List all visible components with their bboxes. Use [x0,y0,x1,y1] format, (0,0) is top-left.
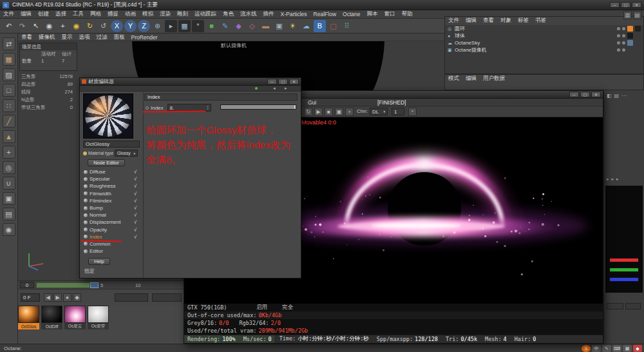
material-channel-row[interactable]: Index √ [82,233,142,240]
attribute-menu-item[interactable]: 用户数据 [480,75,508,83]
object-manager-menu-item[interactable]: 标签 [515,17,532,24]
preview-range-bar[interactable] [36,282,90,288]
visibility-dot[interactable] [617,41,620,44]
badge-icon[interactable]: ◆ [633,345,642,352]
floor-icon[interactable]: ▬ [260,20,272,32]
pen-icon[interactable]: ✎ [602,345,611,352]
green-channel-strip[interactable] [609,268,639,272]
material-channel-row[interactable]: Specular √ [82,175,142,182]
material-editor-titlebar[interactable]: 材质编辑器 ─ ▢ ✕ [80,78,301,86]
maximize-button[interactable]: ▢ [278,79,288,84]
nav-back-icon[interactable]: ◂ [273,86,276,91]
layout-icon[interactable]: ▤ [633,11,641,19]
close-button[interactable]: ✕ [289,79,299,84]
material-tag-icon[interactable] [635,26,641,32]
camera-icon[interactable]: ▣ [273,20,285,32]
material-tag-icon[interactable] [627,26,633,32]
material-tag-icon[interactable] [635,40,641,46]
index-slider[interactable] [220,104,296,110]
keyboard-icon[interactable]: ⌨ [612,345,621,352]
menubar-item[interactable]: 捕捉 [104,10,122,18]
viewport-menu-item[interactable]: 面板 [111,34,128,41]
channel-checkbox[interactable]: √ [134,198,140,204]
generator-icon[interactable]: ◆ [232,20,245,32]
snap-icon[interactable]: ∪ [3,177,15,190]
samples-field[interactable]: 1 [392,108,404,115]
maximize-button[interactable]: ▢ [621,2,630,8]
material-channel-row[interactable]: Normal √ [82,211,142,219]
redo-icon[interactable]: ↷ [16,20,28,32]
scale-tool-icon[interactable]: ◉ [70,20,82,32]
object-manager-menu-item[interactable]: 编辑 [462,17,480,24]
material-tag-icon[interactable] [627,47,633,53]
material-tag-icon[interactable] [635,47,641,53]
blue-channel-strip[interactable] [609,277,639,282]
grid-icon[interactable]: ▦ [623,345,632,352]
panel-icon[interactable]: ▸ [616,177,619,182]
stop-render-icon[interactable]: ■ [325,108,333,116]
z-axis-icon[interactable]: Z [138,20,150,32]
layout-icon[interactable]: ▥ [623,11,632,19]
material-name-field[interactable]: OctGlossy [83,141,140,148]
material-swatch[interactable]: Oc星云 [64,306,86,329]
material-swatch[interactable]: Oc星空 [88,306,109,329]
object-manager-menu-item[interactable]: 查看 [480,17,497,24]
visibility-dot[interactable] [622,41,625,44]
channel-dropdown[interactable]: DL ▾ [370,108,388,115]
channel-checkbox[interactable]: √ [134,176,140,182]
x-axis-icon[interactable]: X [111,20,123,32]
channel-checkbox[interactable]: √ [134,212,140,218]
attribute-field[interactable] [625,303,641,309]
settings-icon[interactable]: * [408,108,417,116]
coordinate-field[interactable] [152,293,182,302]
menubar-item[interactable]: 模拟 [139,10,156,18]
texture-mode-icon[interactable]: ▨ [3,68,15,81]
object-row[interactable]: ▣ Octane摄像机 [445,46,643,54]
material-editor-window[interactable]: 材质编辑器 ─ ▢ ✕ ◂ ▸ OctGlossy Material type … [79,77,301,279]
coordinate-field[interactable] [115,293,148,302]
minimize-button[interactable]: ─ [610,2,620,8]
rotate-tool-icon[interactable]: ↻ [84,20,96,32]
workplane-icon[interactable]: □ [3,84,15,97]
material-thumbnail[interactable] [18,306,39,323]
material-channel-row[interactable]: Bump √ [82,204,142,211]
minimize-button[interactable]: ─ [569,92,579,97]
add-cube-icon[interactable]: ■ [205,20,218,32]
menubar-item[interactable]: 创建 [35,10,52,18]
help-button[interactable]: Help [88,258,110,265]
channel-checkbox[interactable]: √ [134,183,140,189]
node-editor-button[interactable]: Node Editor [88,159,125,166]
undo-icon[interactable]: ↶ [3,20,15,32]
transport-button[interactable]: ● [63,293,71,302]
channel-checkbox[interactable]: √ [134,191,140,197]
material-swatch[interactable]: OctDiff [41,306,62,329]
viewport-menu-item[interactable]: ProRender [128,34,161,41]
material-type-dropdown[interactable]: Glossy ▾ [115,150,138,157]
enable-axis-icon[interactable]: + [3,146,15,159]
panel-icon[interactable]: ⋯ [621,93,627,99]
octane-menu-gui[interactable]: Gui [308,99,316,106]
mograph-icon[interactable]: ⠿ [341,20,353,32]
menubar-item[interactable]: 编辑 [17,10,35,18]
region-render-icon[interactable]: ▣ [335,108,343,116]
timeline-handle[interactable] [90,282,99,288]
viewport-solo-icon[interactable]: ◎ [3,161,15,174]
select-tool-icon[interactable]: ↖ [30,20,42,32]
viewport-menu-item[interactable]: 查看 [18,34,35,41]
nav-forward-icon[interactable]: ▸ [285,86,287,91]
light-icon[interactable]: ☀ [287,20,299,32]
index-section-header[interactable]: Index [144,93,298,101]
object-row[interactable]: ● 球体 [445,32,643,39]
model-mode-icon[interactable]: ▦ [3,53,15,66]
object-row[interactable]: ☁ OctaneSky [445,39,643,46]
material-preview[interactable] [83,93,133,139]
panel-icon[interactable]: ▤ [614,93,620,99]
channel-checkbox[interactable]: √ [134,227,140,233]
panel-icon[interactable]: ◧ [607,93,612,99]
points-mode-icon[interactable]: ∷ [3,99,15,112]
visibility-dot[interactable] [617,27,620,30]
coord-system-icon[interactable]: ⊕ [151,20,164,32]
material-channel-row[interactable]: Roughness √ [82,182,142,190]
visibility-dot[interactable] [622,27,625,30]
channel-checkbox[interactable]: √ [134,219,140,225]
